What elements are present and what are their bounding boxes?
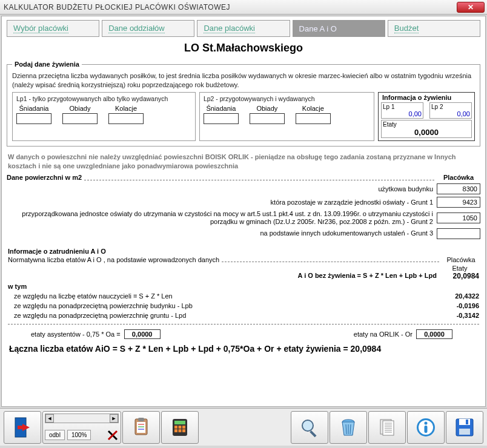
svg-rect-40 [466, 420, 468, 424]
surface-r3-label: przyporządkowana jednostce oświaty do ut… [7, 210, 437, 225]
clipboard-button[interactable] [122, 411, 160, 444]
tab-bar: Wybór placówki Dane oddziałów Dane placó… [7, 20, 480, 37]
svg-rect-39 [459, 429, 470, 435]
exit-button[interactable] [4, 411, 41, 444]
employ-r2-label: ze względu na ponadprzeciętną powierzchn… [7, 302, 442, 309]
surface-r1-label: użytkowa budynku [7, 185, 437, 193]
svg-rect-38 [459, 419, 470, 425]
delete-x-icon[interactable] [107, 429, 119, 441]
close-icon: ✕ [468, 3, 474, 12]
svg-rect-18 [182, 429, 185, 432]
surface-r3-input[interactable] [437, 212, 480, 223]
work-area: Wybór placówki Dane oddziałów Dane placó… [1, 16, 486, 407]
svg-rect-8 [138, 424, 144, 425]
surface-r4-input[interactable] [437, 228, 480, 239]
exit-icon [12, 417, 33, 438]
svg-rect-36 [425, 426, 428, 433]
feeding-info-box: Informacja o żywieniu Lp 1 0,00 Lp 2 0,0… [378, 92, 475, 141]
employ-col-head: Placówka [442, 256, 480, 263]
magnifier-icon [299, 417, 320, 438]
lp2-kolacje-input[interactable] [296, 113, 331, 124]
tab-dane-aio[interactable]: Dane A i O [293, 20, 385, 37]
lp1-readout: Lp 1 0,00 [381, 102, 423, 119]
svg-rect-20 [310, 430, 316, 437]
svg-rect-15 [182, 426, 185, 429]
employ-main-label: A i O bez żywienia = S + Z * Len + Lpb +… [7, 272, 442, 280]
lp2-obiady-label: Obiady [250, 105, 285, 112]
lp2-kolacje-label: Kolacje [296, 105, 331, 112]
save-button[interactable] [446, 411, 483, 444]
employ-title: Informacje o zatrudnieniu A i O [8, 248, 480, 255]
title-bar: KALKULATOR BUDŻETU PŁOCKIEJ PLACÓWKI OŚW… [0, 0, 487, 15]
svg-rect-17 [179, 429, 182, 432]
tab-dane-placowki[interactable]: Dane placówki [197, 20, 290, 37]
surface-r4-label: na podstawie innych udokumentowanych ust… [7, 229, 437, 237]
zoom-mode-button[interactable]: odbl [45, 430, 65, 440]
lp2-sniadania-label: Śniadania [204, 105, 239, 112]
employ-r3-val: -0,3142 [442, 312, 480, 319]
tab-dane-oddzialow[interactable]: Dane oddziałów [102, 20, 194, 37]
lp2-obiady-input[interactable] [250, 113, 285, 124]
svg-rect-10 [138, 429, 144, 430]
calculator-icon [170, 417, 190, 438]
page-title: LO St.Małachowskiego [7, 42, 480, 54]
surface-r2-label: która pozostaje w zarządzie jednostki oś… [7, 199, 437, 206]
svg-rect-16 [174, 429, 177, 432]
assist-label: etaty asystentów - 0,75 * Oa = [31, 331, 121, 338]
employ-r1-label: ze względu na liczbę etatów nauczycieli … [7, 292, 442, 300]
surface-legend: Dane powierzchni w m2 [7, 174, 82, 181]
scroll-left-icon[interactable]: ◄ [45, 414, 54, 423]
document-button[interactable] [368, 411, 406, 444]
orlik-note: W danych o powieszchni nie należy uwzglę… [8, 153, 479, 171]
lp1-group: Lp1 - tylko przygotowywanych albo tylko … [12, 92, 196, 141]
tab-wybor-placowki[interactable]: Wybór placówki [7, 20, 99, 37]
zoom-percent: 100% [67, 430, 91, 440]
lp1-sniadania-label: Śniadania [16, 105, 51, 112]
surface-col-head: Placówka [437, 174, 480, 181]
employ-r1-val: 20,4322 [442, 292, 480, 300]
employ-r3-label: ze względu na ponadprzeciętną powierzchn… [7, 312, 442, 319]
lp1-title: Lp1 - tylko przygotowywanych albo tylko … [16, 95, 191, 102]
scroll-right-icon[interactable]: ► [110, 414, 118, 423]
lp1-kolacje-label: Kolacje [108, 105, 144, 112]
window-title: KALKULATOR BUDŻETU PŁOCKIEJ PLACÓWKI OŚW… [4, 3, 230, 12]
employ-wtym: w tym [7, 283, 480, 290]
surface-r1-input[interactable] [437, 183, 480, 194]
lp1-sniadania-input[interactable] [16, 113, 51, 124]
lp2-readout: Lp 2 0,00 [429, 102, 472, 119]
lp1-obiady-input[interactable] [62, 113, 98, 124]
lp2-sniadania-input[interactable] [204, 113, 239, 124]
clipboard-icon [131, 417, 151, 438]
etaty-readout: Etaty 0,0000 [381, 120, 472, 138]
svg-rect-7 [138, 418, 144, 421]
document-icon [377, 417, 397, 438]
svg-rect-14 [179, 426, 182, 429]
employ-main-val: 20,0984 [442, 272, 480, 280]
info-button[interactable] [407, 411, 445, 444]
feeding-group: Podaj dane żywienia Dzienna przeciętna l… [7, 61, 480, 147]
orlik-etaty-label: etaty na ORLIK - Or [354, 331, 412, 338]
surface-r2-input[interactable] [437, 197, 480, 208]
feeding-intro: Dzienna przeciętna liczba wydawanych pos… [12, 71, 475, 90]
lp2-group: Lp2 - przygotowywanych i wydawanych Śnia… [199, 92, 374, 141]
svg-rect-2 [18, 426, 24, 429]
search-button[interactable] [291, 411, 328, 444]
employ-subtitle: Normatywna liczba etatów A i O , na pods… [8, 256, 219, 263]
zoom-scrollbar[interactable]: ◄ ► [45, 413, 119, 423]
svg-rect-12 [174, 421, 185, 424]
window-close-button[interactable]: ✕ [457, 2, 485, 13]
surface-group: Dane powierzchni w m2 Placówka użytkowa … [7, 174, 480, 239]
trash-button[interactable] [330, 411, 367, 444]
bottom-toolbar: ◄ ► odbl 100% [0, 408, 487, 446]
floppy-icon [454, 417, 475, 438]
lp1-obiady-label: Obiady [62, 105, 98, 112]
tab-budzet[interactable]: Budżet [388, 20, 480, 37]
orlik-etaty-value: 0,0000 [416, 329, 452, 339]
assist-value: 0,0000 [124, 329, 161, 339]
trash-icon [338, 417, 359, 438]
zoom-group: ◄ ► odbl 100% [42, 411, 121, 444]
total-line: Łączna liczba etatów AiO = S + Z * Len +… [9, 344, 478, 354]
calculator-button[interactable] [161, 411, 199, 444]
feeding-info-title: Informacja o żywieniu [382, 94, 472, 101]
lp1-kolacje-input[interactable] [108, 113, 144, 124]
